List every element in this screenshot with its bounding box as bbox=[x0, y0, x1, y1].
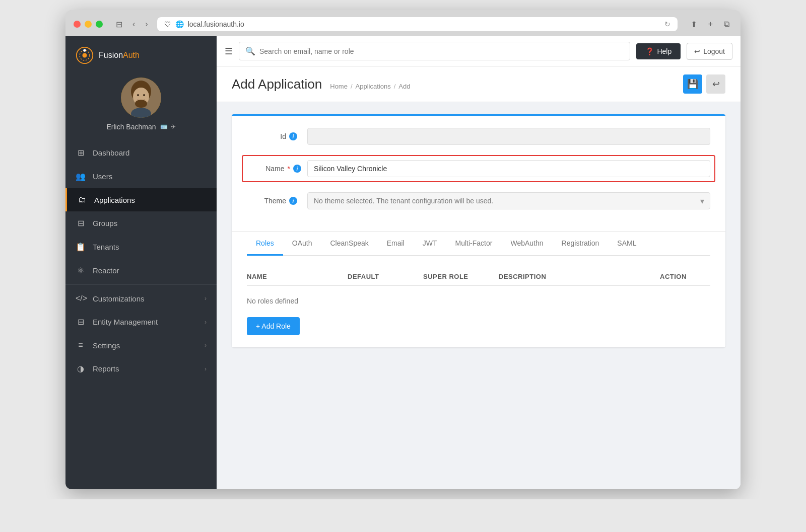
sidebar-item-settings[interactable]: ≡ Settings › bbox=[65, 334, 217, 357]
page-header: Add Application Home / Applications / Ad… bbox=[217, 66, 741, 102]
id-input[interactable] bbox=[307, 128, 710, 145]
form-section: Id i Name * i bbox=[232, 116, 725, 232]
svg-point-3 bbox=[83, 49, 86, 51]
refresh-icon[interactable]: ↻ bbox=[664, 20, 670, 28]
id-label: Id i bbox=[247, 132, 307, 140]
id-form-row: Id i bbox=[247, 128, 710, 145]
dashboard-icon: ⊞ bbox=[76, 148, 86, 158]
sidebar-item-label: Tenants bbox=[93, 243, 119, 251]
name-info-icon[interactable]: i bbox=[293, 165, 301, 173]
sidebar-item-reports[interactable]: ◑ Reports › bbox=[65, 357, 217, 381]
search-input[interactable] bbox=[259, 47, 624, 55]
tenants-icon: 📋 bbox=[76, 242, 86, 252]
reports-icon: ◑ bbox=[76, 364, 86, 373]
theme-select[interactable]: No theme selected. The tenant configurat… bbox=[307, 192, 710, 209]
address-bar[interactable]: 🛡 🌐 local.fusionauth.io ↻ bbox=[157, 17, 678, 31]
sidebar-item-entity-management[interactable]: ⊟ Entity Management › bbox=[65, 310, 217, 334]
tab-oauth[interactable]: OAuth bbox=[283, 232, 321, 256]
logo-text: FusionAuth bbox=[99, 51, 140, 60]
sidebar-item-label: Entity Management bbox=[93, 318, 158, 326]
logout-button[interactable]: ↩ Logout bbox=[687, 43, 732, 60]
sidebar-item-customizations[interactable]: </> Customizations › bbox=[65, 287, 217, 310]
sidebar-item-label: Groups bbox=[93, 219, 117, 227]
svg-point-1 bbox=[83, 53, 87, 58]
tabs-section: Roles OAuth CleanSpeak Email bbox=[232, 232, 725, 347]
profile-action-icons: 🪪 ✈ bbox=[160, 123, 176, 130]
tab-roles[interactable]: Roles bbox=[247, 232, 283, 256]
url-display[interactable]: local.fusionauth.io bbox=[188, 20, 244, 28]
sidebar-item-reactor[interactable]: ⚛ Reactor bbox=[65, 259, 217, 282]
sidebar-item-users[interactable]: 👥 Users bbox=[65, 165, 217, 188]
no-roles-message: No roles defined bbox=[247, 291, 710, 311]
sidebar-item-label: Applications bbox=[94, 196, 135, 204]
traffic-lights bbox=[74, 21, 103, 28]
tab-multi-factor[interactable]: Multi-Factor bbox=[446, 232, 502, 256]
browser-controls: ⊟ ‹ › bbox=[113, 19, 151, 30]
main-content: ☰ 🔍 ❓ Help ↩ Logout Add Application bbox=[217, 36, 741, 489]
sidebar-toggle-button[interactable]: ⊟ bbox=[113, 19, 125, 30]
minimize-button[interactable] bbox=[85, 21, 92, 28]
entity-management-icon: ⊟ bbox=[76, 317, 86, 327]
reactor-icon: ⚛ bbox=[76, 266, 86, 275]
applications-icon: 🗂 bbox=[77, 195, 87, 204]
share-button[interactable]: ⬆ bbox=[688, 19, 700, 30]
hamburger-menu-icon[interactable]: ☰ bbox=[225, 46, 233, 57]
close-button[interactable] bbox=[74, 21, 81, 28]
new-tab-button[interactable]: + bbox=[705, 19, 716, 30]
sidebar-item-label: Settings bbox=[93, 341, 120, 350]
avatar bbox=[121, 78, 161, 118]
tab-jwt[interactable]: JWT bbox=[414, 232, 446, 256]
breadcrumb-home[interactable]: Home bbox=[330, 83, 348, 90]
column-name: Name bbox=[247, 273, 348, 280]
theme-info-icon[interactable]: i bbox=[289, 197, 297, 205]
sidebar-item-label: Customizations bbox=[93, 294, 145, 303]
tab-registration[interactable]: Registration bbox=[553, 232, 609, 256]
svg-point-8 bbox=[143, 94, 145, 96]
sidebar-item-dashboard[interactable]: ⊞ Dashboard bbox=[65, 141, 217, 165]
column-action: Action bbox=[660, 273, 710, 280]
logout-icon: ↩ bbox=[694, 47, 700, 55]
sidebar-item-applications[interactable]: 🗂 Applications bbox=[65, 188, 217, 211]
security-icon: 🛡 bbox=[164, 20, 171, 28]
help-button[interactable]: ❓ Help bbox=[636, 43, 681, 59]
nav-divider bbox=[65, 284, 217, 285]
tabs-button[interactable]: ⧉ bbox=[721, 19, 732, 30]
svg-point-9 bbox=[135, 100, 147, 108]
sidebar-item-label: Dashboard bbox=[93, 148, 129, 157]
page-actions: 💾 ↩ bbox=[683, 74, 725, 94]
theme-label: Theme i bbox=[247, 197, 307, 205]
sidebar-item-tenants[interactable]: 📋 Tenants bbox=[65, 235, 217, 259]
add-role-button[interactable]: + Add Role bbox=[247, 317, 300, 335]
chevron-right-icon: › bbox=[205, 319, 207, 326]
sidebar-item-groups[interactable]: ⊟ Groups bbox=[65, 211, 217, 235]
send-icon[interactable]: ✈ bbox=[171, 123, 176, 130]
id-info-icon[interactable]: i bbox=[289, 132, 297, 140]
profile-card-icon[interactable]: 🪪 bbox=[160, 123, 168, 130]
breadcrumb-applications[interactable]: Applications bbox=[356, 83, 391, 90]
back-button[interactable]: ‹ bbox=[129, 19, 138, 30]
tab-email[interactable]: Email bbox=[378, 232, 414, 256]
tab-webauthn[interactable]: WebAuthn bbox=[501, 232, 552, 256]
tab-cleanspeak[interactable]: CleanSpeak bbox=[321, 232, 378, 256]
page-title: Add Application bbox=[232, 77, 322, 92]
help-circle-icon: ❓ bbox=[645, 47, 654, 55]
back-arrow-icon: ↩ bbox=[712, 79, 720, 90]
maximize-button[interactable] bbox=[96, 21, 103, 28]
settings-icon: ≡ bbox=[76, 341, 86, 350]
search-icon: 🔍 bbox=[245, 46, 255, 56]
chevron-right-icon: › bbox=[205, 365, 207, 372]
theme-form-row: Theme i No theme selected. The tenant co… bbox=[247, 192, 710, 209]
forward-button[interactable]: › bbox=[142, 19, 151, 30]
form-card: Id i Name * i bbox=[232, 114, 725, 347]
sidebar-item-label: Users bbox=[93, 172, 112, 181]
page-title-area: Add Application Home / Applications / Ad… bbox=[232, 77, 410, 92]
back-button[interactable]: ↩ bbox=[706, 74, 725, 94]
fusionauth-logo-icon bbox=[76, 46, 94, 64]
save-button[interactable]: 💾 bbox=[683, 74, 702, 94]
name-input[interactable] bbox=[307, 160, 710, 177]
tabs-nav: Roles OAuth CleanSpeak Email bbox=[247, 232, 710, 256]
sidebar-item-label: Reports bbox=[93, 364, 119, 373]
tab-saml[interactable]: SAML bbox=[608, 232, 645, 256]
customizations-icon: </> bbox=[76, 294, 86, 303]
breadcrumb-sep1: / bbox=[351, 83, 353, 90]
